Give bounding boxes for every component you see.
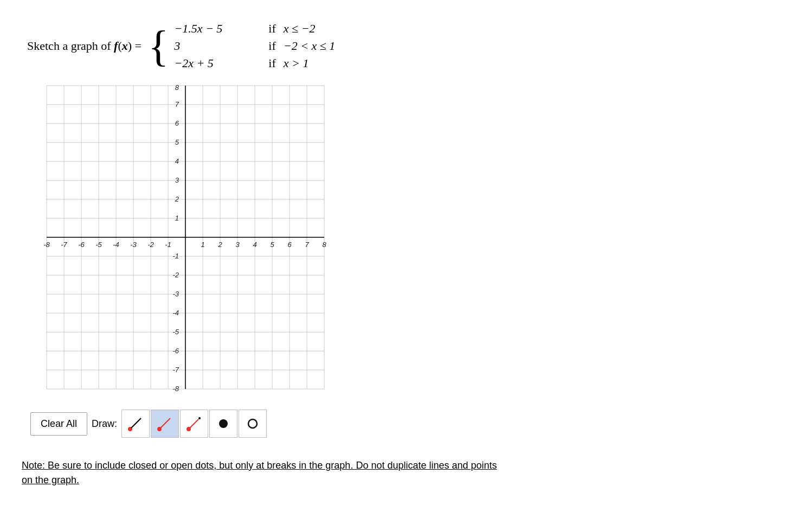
x-label-1: 1 xyxy=(201,241,204,249)
case-cond-2: −2 < x ≤ 1 xyxy=(284,39,336,53)
closed-dot-tool-button[interactable] xyxy=(209,410,237,438)
y-label-neg4: -4 xyxy=(172,309,179,317)
y-label-neg6: -6 xyxy=(172,347,179,355)
x-label-neg1: -1 xyxy=(165,241,171,249)
y-label-1: 1 xyxy=(175,214,179,222)
svg-point-43 xyxy=(219,419,228,428)
y-label-3: 3 xyxy=(175,176,179,184)
x-label-8: 8 xyxy=(322,241,326,249)
x-label-neg2: -2 xyxy=(147,241,154,249)
sketch-label: Sketch a graph of f(x) = xyxy=(27,39,142,53)
x-label-6: 6 xyxy=(287,241,292,249)
x-label-7: 7 xyxy=(305,241,309,249)
case-row-2: 3 if −2 < x ≤ 1 xyxy=(174,39,335,53)
line-tool-button[interactable] xyxy=(121,410,150,438)
problem-container: Sketch a graph of f(x) = { −1.5x − 5 if … xyxy=(22,16,788,488)
x-label-neg3: -3 xyxy=(130,241,137,249)
y-label-5: 5 xyxy=(175,138,179,146)
y-label-4: 4 xyxy=(175,157,179,165)
left-brace: { xyxy=(148,24,169,68)
draw-label: Draw: xyxy=(92,418,117,430)
case-row-1: −1.5x − 5 if x ≤ −2 xyxy=(174,22,335,36)
case-expr-3: −2x + 5 xyxy=(174,56,261,70)
y-label-neg2: -2 xyxy=(172,271,179,279)
x-label-5: 5 xyxy=(270,241,274,249)
toolbar: Clear All Draw: xyxy=(30,410,268,438)
segment-tool-button[interactable] xyxy=(180,410,208,438)
case-cond-1: x ≤ −2 xyxy=(284,22,316,36)
y-label-neg3: -3 xyxy=(172,290,179,298)
x-label-4: 4 xyxy=(253,241,256,249)
cases-list: −1.5x − 5 if x ≤ −2 3 if −2 < x ≤ 1 −2x … xyxy=(174,22,335,70)
graph-svg-wrapper[interactable]: .grid-line { stroke: #bbb; stroke-width:… xyxy=(22,80,336,405)
y-label-7: 7 xyxy=(175,100,179,108)
svg-line-37 xyxy=(131,418,141,428)
case-row-3: −2x + 5 if x > 1 xyxy=(174,56,335,70)
coordinate-graph[interactable]: .grid-line { stroke: #bbb; stroke-width:… xyxy=(22,80,336,405)
case-expr-1: −1.5x − 5 xyxy=(174,22,261,36)
case-cond-3: x > 1 xyxy=(284,56,309,70)
x-label-neg4: -4 xyxy=(113,241,119,249)
case-if-1: if xyxy=(268,22,275,36)
y-label-2: 2 xyxy=(175,195,179,203)
svg-line-39 xyxy=(160,418,170,428)
open-dot-tool-button[interactable] xyxy=(239,410,267,438)
piecewise-function: { −1.5x − 5 if x ≤ −2 3 if −2 < x ≤ 1 −2… xyxy=(148,22,335,70)
x-label-neg8: -8 xyxy=(43,241,50,249)
case-expr-2: 3 xyxy=(174,39,261,53)
y-label-neg5: -5 xyxy=(172,328,179,336)
svg-point-42 xyxy=(198,417,201,419)
y-label-neg8: -8 xyxy=(172,385,179,393)
clear-all-button[interactable]: Clear All xyxy=(30,412,87,436)
x-label-3: 3 xyxy=(235,241,240,249)
case-if-2: if xyxy=(268,39,275,53)
svg-point-44 xyxy=(248,419,257,428)
note-text: Note: Be sure to include closed or open … xyxy=(22,458,510,488)
y-label-6: 6 xyxy=(175,119,179,127)
y-label-8: 8 xyxy=(175,83,179,92)
ray-tool-button[interactable] xyxy=(151,410,179,438)
svg-line-41 xyxy=(190,419,198,428)
function-definition: Sketch a graph of f(x) = { −1.5x − 5 if … xyxy=(27,22,788,70)
graph-area[interactable]: .grid-line { stroke: #bbb; stroke-width:… xyxy=(22,80,788,438)
y-label-neg7: -7 xyxy=(172,366,179,374)
x-label-neg5: -5 xyxy=(95,241,102,249)
x-label-neg7: -7 xyxy=(61,241,67,249)
y-label-neg1: -1 xyxy=(172,252,179,260)
x-label-2: 2 xyxy=(217,241,222,249)
x-label-neg6: -6 xyxy=(78,241,85,249)
case-if-3: if xyxy=(268,56,275,70)
